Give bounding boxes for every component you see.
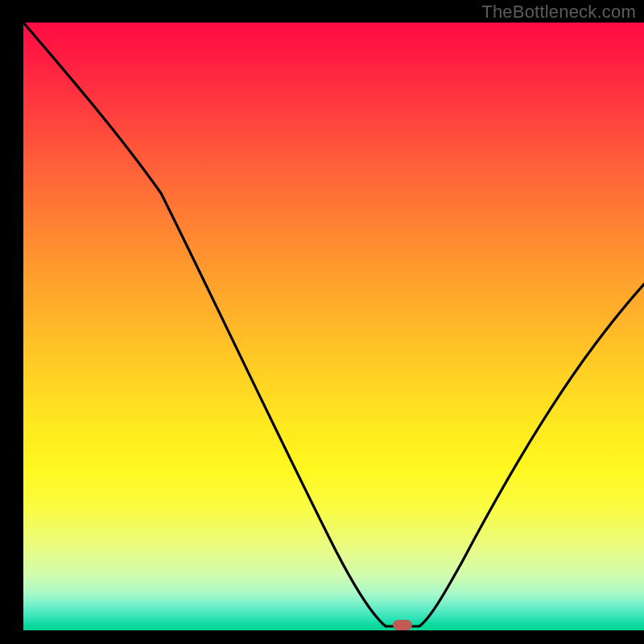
chart-container: TheBottleneck.com xyxy=(0,0,644,644)
bottleneck-curve xyxy=(23,23,644,630)
plot-area xyxy=(23,23,644,630)
watermark-text: TheBottleneck.com xyxy=(481,2,636,23)
ideal-config-marker xyxy=(393,620,412,630)
curve-path xyxy=(23,23,644,626)
